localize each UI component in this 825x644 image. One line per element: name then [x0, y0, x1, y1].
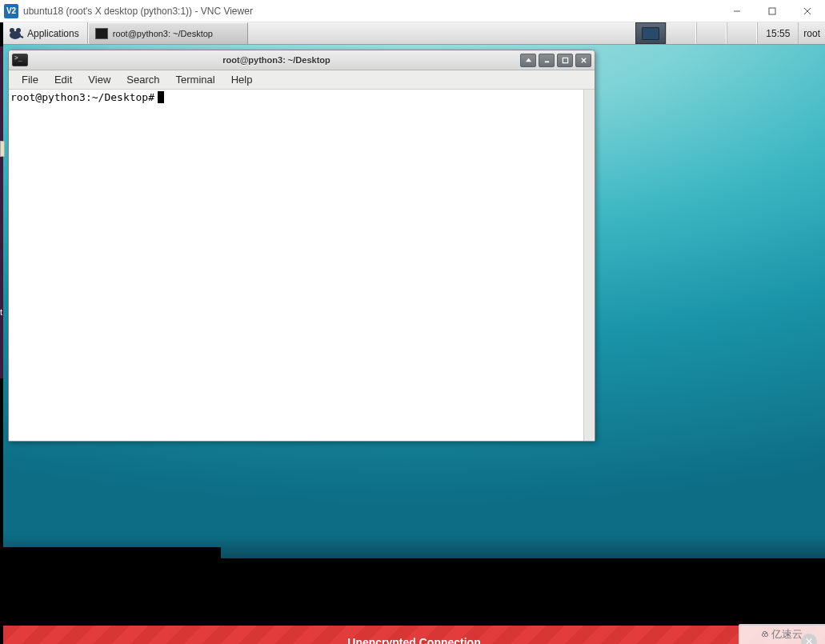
occluded-folder-icon [0, 141, 5, 157]
terminal-close-button[interactable] [575, 54, 591, 67]
workspace-switcher-2[interactable] [666, 22, 696, 44]
terminal-content[interactable]: root@python3:~/Desktop# [9, 90, 583, 441]
terminal-prompt: root@python3:~/Desktop# [10, 91, 154, 103]
watermark-text: 亿速云 [771, 627, 803, 642]
svg-point-6 [16, 28, 21, 33]
terminal-maximize-button[interactable] [557, 54, 573, 67]
terminal-mini-icon [95, 28, 108, 39]
workspace-switcher-4[interactable] [727, 22, 757, 44]
xfce-taskbar: Applications root@python3: ~/Desktop 15:… [3, 22, 825, 45]
unencrypted-banner: Unencrypted Connection ✕ [3, 626, 825, 644]
menu-search[interactable]: Search [118, 71, 167, 88]
desktop-black-corner [3, 547, 221, 558]
windows-titlebar: V2 ubuntu18 (root's X desktop (python3:1… [0, 0, 825, 22]
applications-label: Applications [27, 28, 79, 39]
applications-menu-button[interactable]: Applications [3, 22, 88, 44]
user-menu-button[interactable]: root [798, 22, 825, 44]
occluded-text-fragment: t [0, 307, 2, 317]
system-tray: 15:55 root [635, 22, 825, 44]
maximize-button[interactable] [755, 0, 790, 22]
terminal-minimize-button[interactable] [539, 54, 555, 67]
clock[interactable]: 15:55 [757, 22, 798, 44]
workspace-thumb-icon [642, 27, 659, 40]
black-band [0, 558, 825, 626]
menu-help[interactable]: Help [223, 71, 261, 88]
terminal-scrollbar[interactable] [583, 90, 595, 441]
terminal-titlebar[interactable]: root@python3: ~/Desktop [9, 50, 595, 70]
terminal-body: root@python3:~/Desktop# [9, 90, 595, 441]
svg-line-7 [20, 36, 23, 38]
svg-rect-1 [769, 8, 775, 14]
menu-edit[interactable]: Edit [46, 71, 80, 88]
close-button[interactable] [790, 0, 825, 22]
terminal-window: root@python3: ~/Desktop [8, 50, 595, 442]
minimize-button[interactable] [719, 0, 755, 22]
workspace-switcher-3[interactable] [696, 22, 727, 44]
taskbar-terminal-button[interactable]: root@python3: ~/Desktop [88, 22, 248, 44]
vnc-remote-area: Applications root@python3: ~/Desktop 15:… [0, 22, 825, 644]
window-title: ubuntu18 (root's X desktop (python3:1)) … [23, 6, 719, 17]
window-controls [719, 0, 825, 22]
terminal-menubar: File Edit View Search Terminal Help [9, 70, 595, 90]
banner-text: Unencrypted Connection [347, 636, 480, 644]
terminal-icon [12, 54, 28, 66]
workspace-switcher-1[interactable] [635, 22, 666, 44]
terminal-window-controls [520, 54, 591, 67]
svg-rect-9 [563, 58, 567, 62]
occluded-window-edge [0, 46, 3, 378]
vnc-viewer-icon: V2 [4, 4, 18, 18]
menu-file[interactable]: File [14, 71, 46, 88]
watermark: ⧝ 亿速云 [739, 624, 825, 644]
menu-view[interactable]: View [80, 71, 118, 88]
terminal-cursor [158, 91, 164, 103]
terminal-title: root@python3: ~/Desktop [33, 55, 520, 65]
xfce-mouse-icon [6, 26, 24, 42]
taskbar-terminal-label: root@python3: ~/Desktop [113, 29, 213, 38]
remote-desktop[interactable]: Applications root@python3: ~/Desktop 15:… [3, 22, 825, 558]
terminal-rollup-button[interactable] [520, 54, 536, 67]
menu-terminal[interactable]: Terminal [168, 71, 223, 88]
watermark-logo-icon: ⧝ [761, 627, 768, 642]
svg-point-5 [10, 28, 14, 33]
